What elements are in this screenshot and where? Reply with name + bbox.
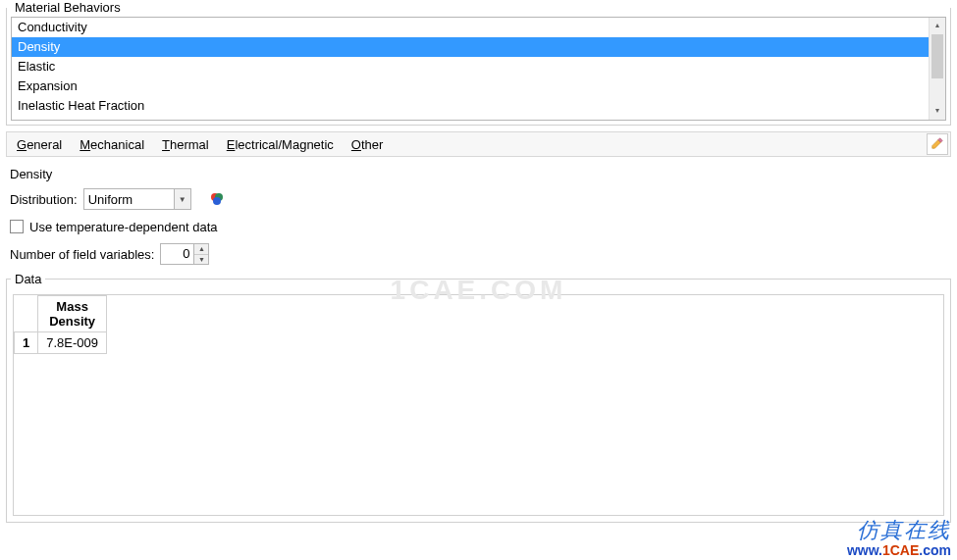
spinner-up[interactable]: ▲ [194,244,208,255]
material-behaviors-panel: Material Behaviors Conductivity Density … [6,0,951,126]
behavior-item-elastic[interactable]: Elastic [12,57,929,76]
chevron-down-icon: ▼ [174,189,190,209]
scroll-up-arrow[interactable]: ▴ [930,18,945,34]
data-table-area: Mass Density 1 7.8E-009 [13,294,944,516]
menu-other-label: ther [361,137,383,152]
data-panel: Data Mass Density 1 7.8E-009 [6,272,951,523]
menu-mechanical-label: echanical [90,137,144,152]
material-behaviors-title: Material Behaviors [11,0,125,15]
field-vars-value: 0 [161,244,193,264]
menu-electrical-label: lectrical/Magnetic [235,137,333,152]
pencil-icon [930,136,944,153]
behavior-menubar: General Mechanical Thermal Electrical/Ma… [6,131,951,157]
mass-density-cell[interactable]: 7.8E-009 [38,332,107,354]
behavior-item-density[interactable]: Density [12,37,929,57]
scroll-down-arrow[interactable]: ▾ [930,103,945,120]
menu-general-label: eneral [27,137,62,152]
distribution-value: Uniform [88,192,133,207]
menu-thermal[interactable]: Thermal [162,137,209,152]
scroll-thumb[interactable] [931,34,943,78]
behavior-item-expansion[interactable]: Expansion [12,76,929,96]
menu-electrical[interactable]: Electrical/Magnetic [227,137,334,152]
behaviors-listbox[interactable]: Conductivity Density Elastic Expansion I… [11,17,946,121]
distribution-select[interactable]: Uniform ▼ [83,188,191,210]
menu-general[interactable]: General [17,137,62,152]
menu-thermal-label: hermal [170,137,209,152]
data-panel-title: Data [11,272,45,286]
behavior-item-inelastic-heat[interactable]: Inelastic Heat Fraction [12,96,929,116]
menu-other[interactable]: Other [351,137,384,152]
field-vars-spinner[interactable]: 0 ▲ ▼ [160,243,209,265]
watermark-corner: 仿真在线 www.1CAE.com [847,518,951,558]
table-row[interactable]: 1 7.8E-009 [15,332,107,354]
row-index: 1 [15,332,38,354]
col-header-line1: Mass [46,299,98,314]
behavior-item-conductivity[interactable]: Conductivity [12,18,929,37]
menu-mechanical[interactable]: Mechanical [80,137,144,152]
temp-dependent-checkbox[interactable] [10,220,24,233]
temp-dependent-label: Use temperature-dependent data [29,220,218,234]
distribution-label: Distribution: [10,192,78,207]
field-vars-label: Number of field variables: [10,247,154,262]
behaviors-scrollbar[interactable]: ▴ ▾ [929,18,945,120]
svg-point-2 [213,197,221,205]
density-table[interactable]: Mass Density 1 7.8E-009 [14,295,107,354]
col-header-mass-density: Mass Density [38,296,107,332]
wm-url-mid: 1CAE [882,542,919,558]
wm-url-prefix: www. [847,542,882,558]
spinner-down[interactable]: ▼ [194,255,208,265]
watermark-url: www.1CAE.com [847,542,951,558]
col-header-line2: Density [46,314,98,329]
wm-url-suffix: .com [919,542,951,558]
density-section-label: Density [10,167,951,181]
edit-button[interactable] [927,133,948,155]
mapping-icon[interactable] [209,191,225,207]
